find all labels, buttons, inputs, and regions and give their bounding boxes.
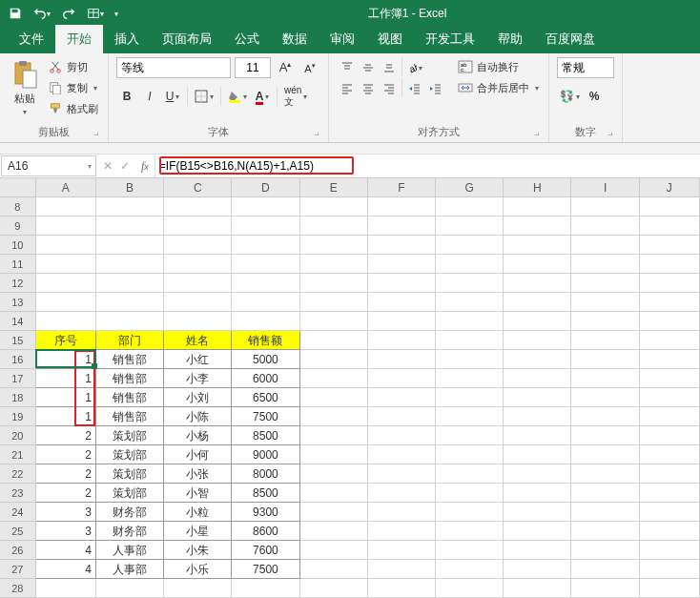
cell-A10[interactable] xyxy=(36,236,96,255)
cell-D14[interactable] xyxy=(232,312,299,331)
cell-C17[interactable]: 小李 xyxy=(164,369,232,388)
cell-H16[interactable] xyxy=(504,350,571,369)
cell-F21[interactable] xyxy=(368,445,436,464)
cell-C18[interactable]: 小刘 xyxy=(164,388,232,407)
cell-A20[interactable]: 2 xyxy=(36,426,96,445)
cell-I27[interactable] xyxy=(571,560,639,579)
cell-J21[interactable] xyxy=(640,445,700,464)
cell-C24[interactable]: 小粒 xyxy=(164,503,232,522)
cell-F8[interactable] xyxy=(368,197,436,217)
row-header-25[interactable]: 25 xyxy=(0,522,36,541)
format-painter-button[interactable]: 格式刷 xyxy=(46,99,100,118)
cell-E27[interactable] xyxy=(300,560,368,579)
cell-J15[interactable] xyxy=(640,331,700,350)
cell-B14[interactable] xyxy=(96,312,164,331)
row-header-16[interactable]: 16 xyxy=(0,350,36,369)
cell-I18[interactable] xyxy=(571,388,639,407)
orientation-button[interactable]: ab xyxy=(404,57,425,78)
cell-F24[interactable] xyxy=(368,503,436,522)
percent-button[interactable]: % xyxy=(582,86,607,107)
cell-J22[interactable] xyxy=(640,464,700,484)
cell-B26[interactable]: 人事部 xyxy=(96,541,164,560)
cell-I14[interactable] xyxy=(571,312,639,331)
cell-D12[interactable] xyxy=(232,274,299,293)
col-header-J[interactable]: J xyxy=(640,178,700,196)
cell-F25[interactable] xyxy=(368,522,436,541)
cell-E18[interactable] xyxy=(300,388,368,407)
cell-D8[interactable] xyxy=(232,197,299,217)
cell-I16[interactable] xyxy=(571,350,639,369)
increase-indent-button[interactable] xyxy=(425,78,446,99)
cell-C11[interactable] xyxy=(164,255,232,274)
cell-J11[interactable] xyxy=(640,255,700,274)
cell-D28[interactable] xyxy=(232,579,299,598)
col-header-C[interactable]: C xyxy=(164,178,232,196)
cell-F16[interactable] xyxy=(368,350,436,369)
cell-F11[interactable] xyxy=(368,255,436,274)
tab-review[interactable]: 审阅 xyxy=(319,25,366,53)
cell-B13[interactable] xyxy=(96,293,164,312)
cell-E23[interactable] xyxy=(300,484,368,503)
cell-D21[interactable]: 9000 xyxy=(232,445,299,464)
fx-icon[interactable]: fx xyxy=(141,159,149,174)
cell-A16[interactable]: 1 xyxy=(36,350,96,369)
cell-J12[interactable] xyxy=(640,274,700,293)
qat-button[interactable]: ▾ xyxy=(84,3,107,24)
cell-D26[interactable]: 7600 xyxy=(232,541,299,560)
align-center-button[interactable] xyxy=(358,78,379,99)
cell-I21[interactable] xyxy=(571,445,639,464)
cell-J8[interactable] xyxy=(640,197,700,217)
cell-F13[interactable] xyxy=(368,293,436,312)
tab-data[interactable]: 数据 xyxy=(271,25,319,53)
decrease-indent-button[interactable] xyxy=(404,78,425,99)
cell-I25[interactable] xyxy=(571,522,639,541)
cell-C28[interactable] xyxy=(164,579,232,598)
font-name-combo[interactable] xyxy=(116,57,231,78)
cell-G24[interactable] xyxy=(436,503,504,522)
font-color-button[interactable]: A xyxy=(252,86,273,107)
cell-G9[interactable] xyxy=(436,217,504,236)
cell-H22[interactable] xyxy=(504,464,571,484)
cell-E26[interactable] xyxy=(300,541,368,560)
name-box[interactable]: A16 xyxy=(1,155,96,176)
cell-H21[interactable] xyxy=(504,445,571,464)
cell-J24[interactable] xyxy=(640,503,700,522)
tab-file[interactable]: 文件 xyxy=(8,25,55,53)
cell-A25[interactable]: 3 xyxy=(36,522,96,541)
paste-button[interactable]: 粘贴 ▾ xyxy=(8,57,42,118)
tab-help[interactable]: 帮助 xyxy=(486,25,534,53)
row-header-13[interactable]: 13 xyxy=(0,293,36,312)
undo-button[interactable]: ▾ xyxy=(31,3,53,24)
fill-color-button[interactable] xyxy=(225,86,250,107)
cell-D16[interactable]: 5000 xyxy=(232,350,299,369)
increase-font-button[interactable]: A▴ xyxy=(275,57,296,78)
cell-I11[interactable] xyxy=(571,255,639,274)
cell-G28[interactable] xyxy=(436,579,504,598)
cell-E19[interactable] xyxy=(300,407,368,426)
cell-A12[interactable] xyxy=(36,274,96,293)
cell-C15[interactable]: 姓名 xyxy=(164,331,232,350)
cell-D20[interactable]: 8500 xyxy=(232,426,299,445)
cell-A11[interactable] xyxy=(36,255,96,274)
cell-D27[interactable]: 7500 xyxy=(232,560,299,579)
row-header-20[interactable]: 20 xyxy=(0,426,36,445)
cell-H27[interactable] xyxy=(504,560,571,579)
row-header-14[interactable]: 14 xyxy=(0,312,36,331)
cell-G15[interactable] xyxy=(436,331,504,350)
tab-insert[interactable]: 插入 xyxy=(103,25,151,53)
tab-home[interactable]: 开始 xyxy=(55,25,103,53)
cell-A14[interactable] xyxy=(36,312,96,331)
cell-J20[interactable] xyxy=(640,426,700,445)
cell-B17[interactable]: 销售部 xyxy=(96,369,164,388)
cell-C22[interactable]: 小张 xyxy=(164,464,232,484)
cell-B22[interactable]: 策划部 xyxy=(96,464,164,484)
row-header-18[interactable]: 18 xyxy=(0,388,36,407)
cell-D19[interactable]: 7500 xyxy=(232,407,299,426)
cell-J10[interactable] xyxy=(640,236,700,255)
cell-E21[interactable] xyxy=(300,445,368,464)
cell-F19[interactable] xyxy=(368,407,436,426)
row-header-19[interactable]: 19 xyxy=(0,407,36,426)
cell-A13[interactable] xyxy=(36,293,96,312)
cell-B25[interactable]: 财务部 xyxy=(96,522,164,541)
cell-C19[interactable]: 小陈 xyxy=(164,407,232,426)
